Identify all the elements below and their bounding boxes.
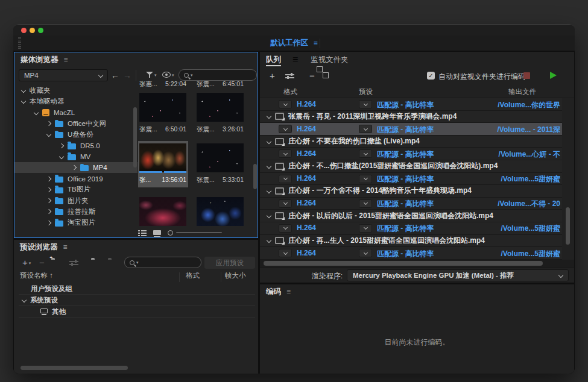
preset-search-input[interactable]: ▾ <box>124 257 201 268</box>
clip-thumbnail[interactable] <box>139 93 186 122</box>
view-options-button[interactable]: ▾ <box>162 72 174 78</box>
output-path-link[interactable]: /Volume...心妍 - 不 <box>434 149 560 160</box>
column-frame-size[interactable]: 帧大小 <box>225 271 246 280</box>
format-dropdown[interactable] <box>279 224 292 233</box>
output-row[interactable]: H.264 匹配源 - 高比特率 /Volume...5甜妍蜜 <box>260 247 562 260</box>
remove-preset-button[interactable]: − <box>39 259 45 266</box>
preset-dropdown[interactable] <box>359 175 372 183</box>
clip-label[interactable]: 张惠...5:22:04 <box>139 80 186 89</box>
output-row[interactable]: H.264 匹配源 - 高比特率 /Volume...5甜妍蜜 <box>260 173 562 186</box>
tree-item-favorites[interactable]: 收藏夹 <box>14 85 138 96</box>
back-icon[interactable]: ← <box>111 70 119 80</box>
queue-hscrollbar[interactable] <box>264 261 543 266</box>
output-row[interactable]: H.264 匹配源 - 高比特率 /Volume...5甜妍蜜 <box>260 222 562 235</box>
tree-item-drive[interactable]: MacZL <box>14 107 138 118</box>
preset-hscrollbar[interactable] <box>21 366 128 370</box>
preset-dropdown[interactable] <box>359 224 372 233</box>
output-path-link[interactable]: /Volume...你的世界 <box>434 100 560 110</box>
output-path-link[interactable]: /Volume...不得 - 20 <box>434 199 560 209</box>
column-format[interactable]: 格式 <box>186 271 200 280</box>
preset-link[interactable]: 匹配源 - 高比特率 <box>377 125 434 135</box>
clip-label[interactable]: 张震...6:45:01 <box>197 80 244 89</box>
clip-thumbnail[interactable] <box>197 197 244 226</box>
tab-watch-folders[interactable]: 监视文件夹 <box>311 52 349 67</box>
clip-label[interactable]: 张震...3:26:01 <box>197 125 244 134</box>
remove-button[interactable]: − <box>309 72 315 80</box>
clip-progress-bar[interactable] <box>139 171 186 173</box>
queue-vscrollbar[interactable] <box>566 207 570 245</box>
output-row[interactable]: H.264 匹配源 - 高比特率 /Volume...你的世界 <box>260 98 562 111</box>
output-path-link[interactable]: /Volume...5甜妍蜜 <box>434 174 560 184</box>
zoom-slider-track[interactable] <box>176 232 222 233</box>
tree-item-local-drives[interactable]: 本地驱动器 <box>14 96 138 107</box>
format-dropdown[interactable] <box>279 125 292 133</box>
panel-menu-icon[interactable]: ≡ <box>286 52 298 67</box>
column-output-file[interactable]: 输出文件 <box>508 87 536 96</box>
tree-item-folder-selected[interactable]: MP4 <box>14 162 138 173</box>
apply-preset-button[interactable]: 应用预设 <box>204 257 255 269</box>
tree-item-folder[interactable]: Office中文网 <box>14 118 138 129</box>
clip-thumbnail[interactable] <box>197 93 244 122</box>
minimize-window-button[interactable] <box>30 28 35 33</box>
output-path-link[interactable]: /Volume...5甜妍蜜 <box>434 249 560 259</box>
output-path-link[interactable]: /Volume...5甜妍蜜 <box>434 224 560 234</box>
list-view-icon[interactable] <box>138 230 147 236</box>
format-dropdown[interactable] <box>279 175 292 183</box>
clip-thumbnail[interactable] <box>139 143 186 172</box>
preset-dropdown[interactable] <box>359 199 372 208</box>
clip-label[interactable]: 张...13:56:01 <box>139 176 186 184</box>
zoom-window-button[interactable] <box>38 28 43 33</box>
filter-button[interactable]: ▾ <box>146 72 157 78</box>
thumbnail-scrollbar[interactable] <box>253 164 257 189</box>
source-row[interactable]: 张震岳 - 再见 - 2011深圳卫视跨年音乐季演唱会.mp4 <box>260 111 562 124</box>
auto-encode-checkbox[interactable]: ✓ <box>427 72 435 80</box>
tree-item-folder[interactable]: 拉普拉斯 <box>14 206 138 217</box>
workspace-menu-icon[interactable]: ≡ <box>314 39 318 48</box>
format-dropdown[interactable] <box>279 249 292 257</box>
clip-label[interactable]: 张震...6:50:01 <box>139 125 186 134</box>
preset-group-system[interactable]: 系统预设 <box>19 295 255 306</box>
panel-menu-icon[interactable]: ≡ <box>286 287 291 296</box>
preset-link[interactable]: 匹配源 - 高比特率 <box>377 174 434 184</box>
source-row[interactable]: 庄心妍 - 不...伤口撒盐(2015甜妍蜜语全国巡回演唱会沈阳站).mp4 <box>260 160 562 173</box>
tree-item-folder[interactable]: 淘宝图片 <box>14 218 138 228</box>
preset-dropdown[interactable] <box>359 125 372 133</box>
tree-item-folder[interactable]: DR5.0 <box>14 140 138 151</box>
preset-link[interactable]: 匹配源 - 高比特率 <box>377 224 434 234</box>
preset-dropdown[interactable] <box>359 100 372 108</box>
preset-link[interactable]: 匹配源 - 高比特率 <box>377 249 434 259</box>
format-dropdown[interactable] <box>279 199 292 208</box>
source-row[interactable]: 庄心妍 - 以后的以后 - 2015甜妍蜜语全国巡回演唱会沈阳站.mp4 <box>260 210 562 222</box>
file-type-dropdown[interactable]: MP4 <box>19 69 108 81</box>
preset-group-other[interactable]: 其他 <box>19 306 255 318</box>
tree-item-folder[interactable]: Office 2019 <box>14 173 138 184</box>
zoom-slider-knob[interactable] <box>168 230 173 236</box>
output-row[interactable]: H.264 匹配源 - 高比特率 /Volume...心妍 - 不 <box>260 148 562 160</box>
preset-link[interactable]: 匹配源 - 高比特率 <box>377 149 434 160</box>
forward-icon[interactable]: → <box>123 70 131 80</box>
tree-scrollbar[interactable] <box>133 107 137 168</box>
workspace-tab-default[interactable]: 默认工作区 <box>270 38 308 48</box>
add-source-button[interactable]: + <box>270 72 275 80</box>
tree-item-folder[interactable]: U盘备份 <box>14 129 138 140</box>
source-row[interactable]: 庄心妍 - 再...生人 - 2015甜妍蜜语全国巡回演唱会沈阳站.mp4 <box>260 235 562 248</box>
output-path-link[interactable]: /Volume... - 2011深 <box>434 125 560 135</box>
tab-queue[interactable]: 队列 <box>266 52 281 67</box>
output-row-selected[interactable]: H.264 匹配源 - 高比特率 /Volume... - 2011深 <box>260 123 562 136</box>
column-preset[interactable]: 预设 <box>359 87 373 96</box>
panel-menu-icon[interactable]: ≡ <box>64 55 68 64</box>
format-dropdown[interactable] <box>279 100 292 108</box>
thumbnail-view-icon[interactable] <box>153 230 161 235</box>
format-dropdown[interactable] <box>279 149 292 158</box>
preset-group-user[interactable]: 用户预设及组 <box>19 283 255 295</box>
preset-settings-icon[interactable] <box>69 260 78 266</box>
preset-link[interactable]: 匹配源 - 高比特率 <box>377 100 434 110</box>
preset-link[interactable]: 匹配源 - 高比特率 <box>377 199 434 209</box>
tree-item-folder[interactable]: 图片夹 <box>14 195 138 206</box>
add-preset-button[interactable]: + ▾ <box>22 259 31 266</box>
source-row[interactable]: 庄心妍 - 一万个舍不得 - 2014酷狗音乐十年盛典现场.mp4 <box>260 185 562 198</box>
preset-dropdown[interactable] <box>359 149 372 158</box>
source-row[interactable]: 庄心妍 - 不要在我的伤口撒盐 (Live).mp4 <box>260 136 562 148</box>
start-queue-button[interactable] <box>550 72 557 79</box>
tree-item-folder[interactable]: MV <box>14 151 138 162</box>
